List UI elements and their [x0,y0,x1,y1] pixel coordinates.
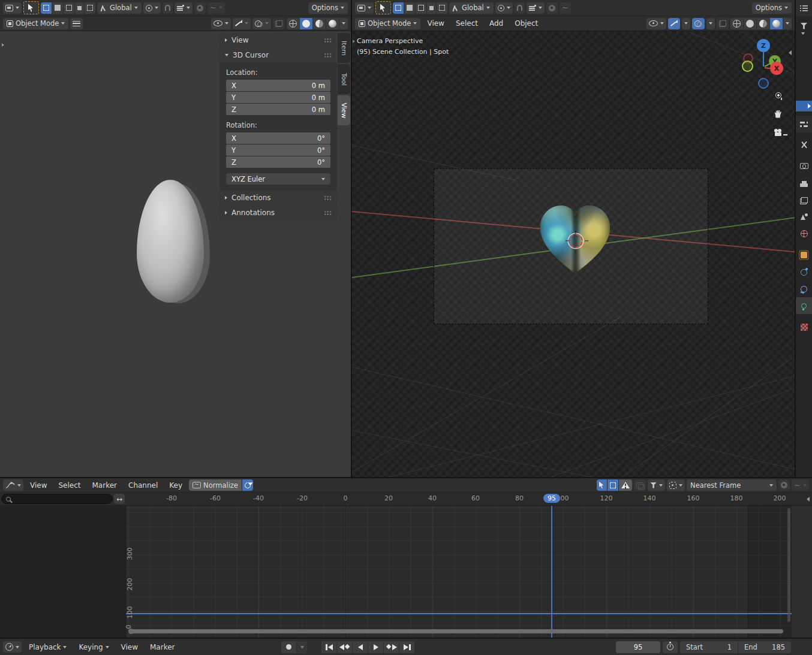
properties-tab-object[interactable] [796,246,812,263]
select-mode-subtract[interactable] [64,2,74,14]
select-mode-set[interactable] [41,2,52,14]
menu-playback[interactable]: Playback [24,639,71,655]
properties-tab-world[interactable] [796,225,812,242]
properties-tab-texture[interactable] [796,319,812,336]
menu-select[interactable]: Select [53,478,85,492]
cursor-rotation-z[interactable]: Z0° [226,156,330,168]
properties-tab-render[interactable] [796,158,812,174]
panel-collections[interactable]: Collections [219,191,337,205]
channel-search-field[interactable] [1,494,113,504]
proportional-falloff-dropdown[interactable]: ~ [560,2,571,14]
axis-ball-z[interactable]: Z [757,39,770,52]
xray-toggle[interactable] [273,18,285,29]
properties-tab-light-data[interactable] [796,297,812,314]
drag-grip-icon[interactable] [324,53,332,58]
pivot-point-dropdown[interactable] [495,2,513,14]
panel-view[interactable]: View [219,33,337,47]
gizmos-toggle[interactable] [233,18,251,29]
select-mode-invert[interactable] [75,2,84,14]
orientation-dropdown[interactable]: Global [97,2,142,14]
auto-keying-button[interactable] [281,641,296,653]
snap-toggle[interactable] [515,2,525,14]
sidebar-expand-arrow[interactable] [807,497,810,502]
menu-marker[interactable]: Marker [145,639,179,655]
editor-type-button[interactable] [3,641,22,653]
use-preview-range-button[interactable] [663,641,678,653]
shading-wireframe[interactable] [287,18,299,29]
shading-material[interactable] [313,18,326,29]
shading-wireframe[interactable] [730,18,743,29]
active-tool-select-button[interactable] [375,1,391,14]
menu-object[interactable]: Object [510,16,543,31]
editor-type-button[interactable] [355,2,374,14]
menu-select[interactable]: Select [451,16,483,31]
proportional-falloff-dropdown[interactable]: ~ [207,2,225,14]
tab-item[interactable]: Item [338,33,350,63]
orientation-dropdown[interactable]: Global [449,2,494,14]
tool-options-dropdown[interactable]: Options [752,2,792,14]
overlays-dropdown[interactable] [706,18,715,29]
vertical-scrollbar[interactable] [787,508,790,622]
panel-annotations[interactable]: Annotations [219,206,337,220]
scrollbar-zoom-handle[interactable] [128,629,134,634]
play-reverse-button[interactable] [353,641,368,653]
shading-solid[interactable] [744,18,756,29]
expand-channels-button[interactable]: ↔ [114,494,125,504]
xray-toggle[interactable] [717,18,729,29]
menu-channel[interactable]: Channel [124,478,163,492]
gizmos-toggle[interactable] [668,18,680,29]
current-frame-field[interactable]: 95 [616,641,660,653]
proportional-edit-toggle[interactable] [194,2,206,14]
select-mode-extend[interactable] [404,2,415,14]
toolbar-expand-arrow[interactable] [2,43,4,47]
cursor-rotation-y[interactable]: Y0° [226,144,330,156]
menu-view[interactable]: View [422,16,449,31]
properties-editor-icon[interactable] [800,121,808,128]
only-errors-toggle[interactable] [619,479,632,491]
only-selected-toggle[interactable] [597,479,607,491]
previous-keyframe-button[interactable] [337,641,352,653]
channel-list-panel[interactable] [0,506,126,638]
menu-add[interactable]: Add [485,16,508,31]
shading-rendered[interactable] [326,18,339,29]
cursor-location-x[interactable]: X0 m [226,80,330,91]
menu-marker[interactable]: Marker [88,478,122,492]
hide-hidden-toggle[interactable] [608,479,618,491]
menu-key[interactable]: Key [164,478,187,492]
playhead-badge[interactable]: 95 [543,494,560,503]
timeline-ruler[interactable]: -80 -60 -40 -20 0 20 40 60 80 100 120 14… [126,493,812,506]
axis-ball-negative-y[interactable] [742,61,753,72]
editor-type-button[interactable] [3,479,23,491]
ghost-curves-button[interactable] [634,479,646,491]
shading-dropdown[interactable] [783,18,792,29]
auto-normalize-toggle[interactable] [242,479,253,491]
snap-target-dropdown[interactable] [175,2,193,14]
zoom-button[interactable] [772,89,785,102]
overlays-toggle[interactable] [252,18,271,29]
search-input[interactable] [11,496,108,503]
viewport-menus-button[interactable] [70,18,83,29]
shading-material[interactable] [757,18,769,29]
properties-tab-output[interactable] [796,176,812,192]
pan-button[interactable] [772,107,785,120]
outliner-filter-button[interactable] [796,19,812,32]
axis-ball-negative-z[interactable] [758,78,769,89]
snap-toggle[interactable] [163,2,173,14]
overlays-toggle[interactable] [692,18,705,29]
select-mode-extend[interactable] [52,2,63,14]
drag-grip-icon[interactable] [324,195,332,201]
outliner-collapse[interactable] [801,35,805,43]
object-visibility-dropdown[interactable] [646,18,666,29]
properties-tab-scene[interactable] [796,208,812,225]
snap-mode-dropdown[interactable]: Nearest Frame [687,479,777,491]
navigation-gizmo[interactable]: Y Z X [739,36,790,91]
shading-rendered[interactable] [770,18,783,29]
mode-dropdown[interactable]: Object Mode [3,18,68,29]
outliner-selected-row[interactable] [796,101,812,111]
properties-tab-constraints[interactable] [796,280,812,297]
menu-view[interactable]: View [25,478,52,492]
select-mode-intersect[interactable] [85,2,95,14]
properties-tab-tool[interactable] [796,136,812,153]
jump-to-end-button[interactable] [399,641,414,653]
properties-tab-physics[interactable] [796,264,812,280]
